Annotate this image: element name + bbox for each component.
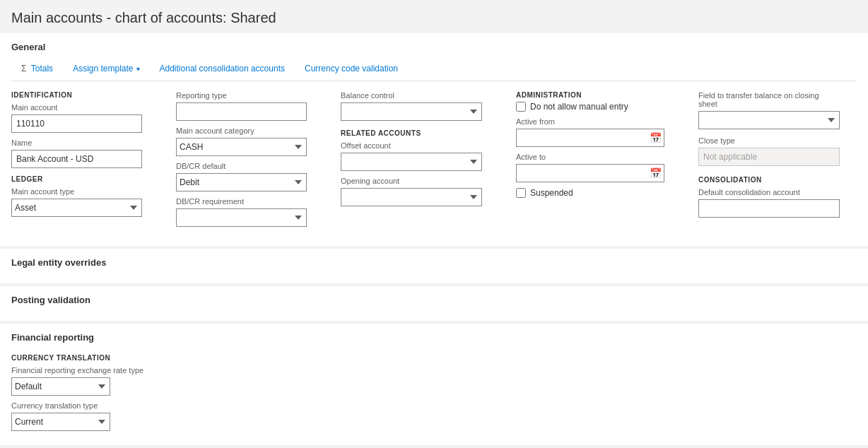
main-account-label: Main account <box>11 103 142 112</box>
db-cr-default-group: DB/CR default Debit Credit <box>176 162 307 191</box>
financial-exchange-rate-label: Financial reporting exchange rate type <box>11 366 143 375</box>
balance-control-label: Balance control <box>341 91 482 100</box>
reporting-col: Reporting type Main account category CAS… <box>176 91 307 232</box>
consolidation-label: CONSOLIDATION <box>698 176 840 184</box>
offset-account-label: Offset account <box>341 141 482 150</box>
offset-account-select[interactable] <box>341 153 482 171</box>
sigma-icon: Σ <box>21 64 26 73</box>
financial-reporting-section: Financial reporting CURRENCY TRANSLATION… <box>0 324 868 445</box>
active-from-input[interactable] <box>516 129 664 147</box>
opening-account-label: Opening account <box>341 177 482 185</box>
reporting-type-group: Reporting type <box>176 91 307 121</box>
close-type-label: Close type <box>698 136 840 145</box>
balance-control-group: Balance control <box>341 91 482 121</box>
close-type-input <box>698 148 840 166</box>
administration-label: ADMINISTRATION <box>516 91 664 99</box>
tab-currency-code[interactable]: Currency code validation <box>295 59 408 81</box>
tab-totals[interactable]: Σ Totals <box>11 59 63 81</box>
balance-control-select[interactable] <box>341 102 482 121</box>
db-cr-requirement-select[interactable]: Debit Credit <box>176 208 307 227</box>
default-consolidation-account-label: Default consolidation account <box>698 188 840 196</box>
suspended-row: Suspended <box>516 188 664 198</box>
general-section: General Σ Totals Assign template ▾ Addit… <box>0 33 868 246</box>
legal-entity-header[interactable]: Legal entity overrides <box>11 257 857 268</box>
do-not-allow-manual-label: Do not allow manual entry <box>530 102 628 112</box>
db-cr-requirement-group: DB/CR requirement Debit Credit <box>176 197 307 227</box>
currency-translation-type-group: Currency translation type Current Histor… <box>11 401 143 431</box>
db-cr-default-label: DB/CR default <box>176 162 307 170</box>
field-to-transfer-label: Field to transfer balance on closing she… <box>698 91 840 108</box>
financial-exchange-rate-group: Financial reporting exchange rate type D… <box>11 366 143 396</box>
field-to-transfer-group: Field to transfer balance on closing she… <box>698 91 840 129</box>
main-account-category-label: Main account category <box>176 126 307 135</box>
opening-account-select[interactable] <box>341 188 482 206</box>
do-not-allow-manual-row: Do not allow manual entry <box>516 102 664 112</box>
active-to-label: Active to <box>516 153 664 161</box>
main-account-category-select[interactable]: CASH BANK AR AP <box>176 138 307 156</box>
financial-reporting-header[interactable]: Financial reporting <box>11 332 857 343</box>
active-to-group: Active to 📅 <box>516 153 664 182</box>
consolidation-group: CONSOLIDATION Default consolidation acco… <box>698 176 840 218</box>
legal-entity-section: Legal entity overrides <box>0 249 868 283</box>
db-cr-requirement-label: DB/CR requirement <box>176 197 307 206</box>
reporting-type-input[interactable] <box>176 102 307 121</box>
chevron-down-icon: ▾ <box>136 65 140 73</box>
identification-group: IDENTIFICATION Main account Name <box>11 91 142 168</box>
active-from-label: Active from <box>516 117 664 126</box>
name-label: Name <box>11 138 142 147</box>
active-from-group: Active from 📅 <box>516 117 664 147</box>
currency-translation-group: CURRENCY TRANSLATION Financial reporting… <box>11 354 143 437</box>
page-title: Main accounts - chart of accounts: Share… <box>0 0 868 33</box>
active-to-calendar-icon[interactable]: 📅 <box>650 167 662 179</box>
general-header[interactable]: General <box>11 42 857 52</box>
main-account-input[interactable] <box>11 114 142 133</box>
closing-col: Field to transfer balance on closing she… <box>698 91 840 223</box>
identification-col: IDENTIFICATION Main account Name LEDGER … <box>11 91 142 223</box>
main-account-category-group: Main account category CASH BANK AR AP <box>176 126 307 156</box>
ledger-label: LEDGER <box>11 175 142 183</box>
field-to-transfer-select[interactable] <box>698 111 840 129</box>
tab-additional-consolidation[interactable]: Additional consolidation accounts <box>150 59 295 81</box>
related-accounts-label: RELATED ACCOUNTS <box>341 129 482 137</box>
related-accounts-group: RELATED ACCOUNTS Offset account Opening … <box>341 129 482 206</box>
do-not-allow-manual-checkbox[interactable] <box>516 102 526 112</box>
name-input[interactable] <box>11 150 142 168</box>
currency-translation-label: CURRENCY TRANSLATION <box>11 354 143 362</box>
tab-bar: Σ Totals Assign template ▾ Additional co… <box>11 59 857 81</box>
db-cr-default-select[interactable]: Debit Credit <box>176 173 307 191</box>
main-account-type-select[interactable]: Asset Liability Equity Revenue Expense <box>11 199 142 217</box>
reporting-type-label: Reporting type <box>176 91 307 100</box>
active-to-input[interactable] <box>516 164 664 182</box>
financial-exchange-rate-select[interactable]: Default Average Closing <box>11 377 110 396</box>
active-from-date-wrap: 📅 <box>516 129 664 147</box>
active-from-calendar-icon[interactable]: 📅 <box>650 132 662 143</box>
suspended-label: Suspended <box>530 188 573 198</box>
administration-col: ADMINISTRATION Do not allow manual entry… <box>516 91 664 204</box>
currency-translation-type-label: Currency translation type <box>11 401 143 410</box>
posting-validation-header[interactable]: Posting validation <box>11 295 857 305</box>
balance-col: Balance control RELATED ACCOUNTS Offset … <box>341 91 482 212</box>
close-type-group: Close type <box>698 136 840 166</box>
identification-label: IDENTIFICATION <box>11 91 142 99</box>
currency-translation-type-select[interactable]: Current Historical Average <box>11 413 110 431</box>
main-account-type-label: Main account type <box>11 187 142 196</box>
tab-assign-template[interactable]: Assign template ▾ <box>63 59 149 81</box>
ledger-group: LEDGER Main account type Asset Liability… <box>11 175 142 217</box>
default-consolidation-account-input[interactable] <box>698 199 840 218</box>
posting-validation-section: Posting validation <box>0 286 868 321</box>
suspended-checkbox[interactable] <box>516 188 526 198</box>
financial-reporting-content: CURRENCY TRANSLATION Financial reporting… <box>11 350 857 437</box>
active-to-date-wrap: 📅 <box>516 164 664 182</box>
